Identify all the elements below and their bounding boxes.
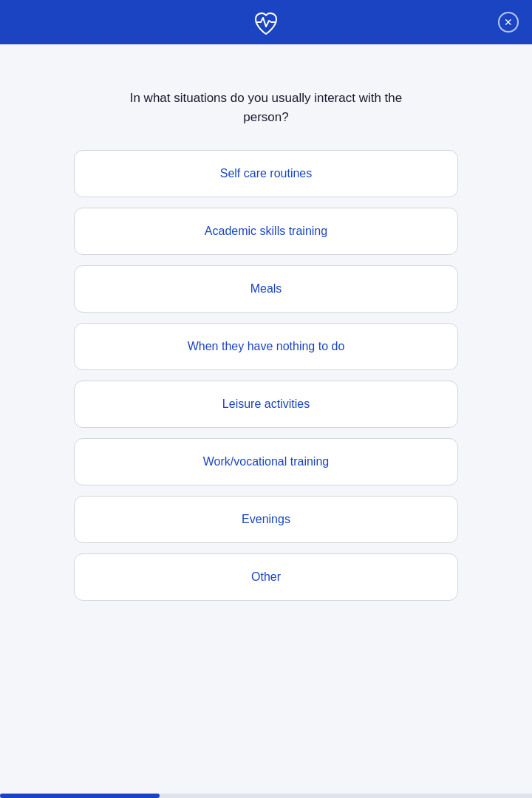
options-list: Self care routinesAcademic skills traini… [74,150,458,601]
progress-bar-container [0,794,532,798]
option-self-care[interactable]: Self care routines [74,150,458,197]
app-logo [250,6,282,38]
question-text: In what situations do you usually intera… [118,89,414,126]
progress-bar [0,794,160,798]
close-button[interactable]: ✕ [498,12,519,33]
main-content: In what situations do you usually intera… [0,44,532,794]
option-evenings[interactable]: Evenings [74,496,458,543]
option-meals[interactable]: Meals [74,265,458,313]
option-academic[interactable]: Academic skills training [74,208,458,255]
option-vocational[interactable]: Work/vocational training [74,438,458,485]
option-nothing-to-do[interactable]: When they have nothing to do [74,323,458,370]
app-header: ✕ [0,0,532,44]
option-leisure[interactable]: Leisure activities [74,381,458,428]
option-other[interactable]: Other [74,553,458,601]
